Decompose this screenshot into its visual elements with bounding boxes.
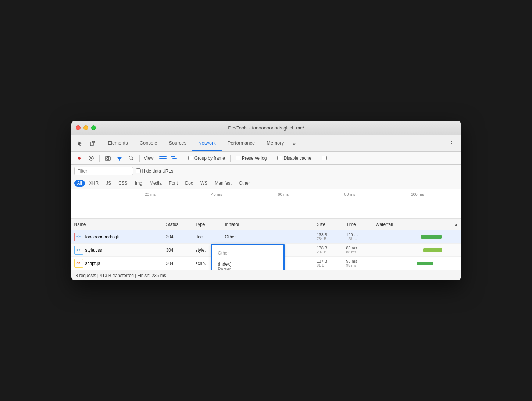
svg-rect-6 xyxy=(159,156,167,157)
status-bar-text: 3 requests | 413 B transferred | Finish:… xyxy=(76,273,166,278)
svg-rect-11 xyxy=(172,160,177,160)
filter-input[interactable] xyxy=(74,167,133,175)
file-name: style.css xyxy=(85,248,102,253)
initiator-popup: Other (index) Parser (index) Parser xyxy=(211,244,285,270)
kebab-menu-button[interactable]: ⋮ xyxy=(446,139,458,148)
col-header-time: Time xyxy=(346,222,376,227)
type-filter-ws[interactable]: WS xyxy=(197,180,210,187)
waterfall-bar xyxy=(417,262,433,265)
devtools-tabs: Elements Console Sources Network Perform… xyxy=(71,135,461,152)
type-filter-font[interactable]: Font xyxy=(166,180,181,187)
col-header-type: Type xyxy=(196,222,225,227)
close-button[interactable] xyxy=(76,125,81,130)
file-name: script.js xyxy=(85,261,100,266)
tab-performance[interactable]: Performance xyxy=(222,135,261,151)
col-status: 304 xyxy=(166,234,196,239)
list-view-button[interactable] xyxy=(158,153,168,163)
window-title: DevTools - fooooooooods.glitch.me/ xyxy=(228,125,304,131)
type-filter-media[interactable]: Media xyxy=(147,180,165,187)
type-filter-doc[interactable]: Doc xyxy=(182,180,196,187)
tab-memory[interactable]: Memory xyxy=(261,135,290,151)
timeline-label-0: 20 ms xyxy=(145,192,156,196)
svg-rect-9 xyxy=(171,156,175,157)
extra-checkbox[interactable] xyxy=(322,156,327,160)
waterfall-view-button[interactable] xyxy=(169,153,180,163)
separator-4 xyxy=(230,155,231,162)
table-row[interactable]: <> fooooooooods.glit... 304 doc. Other 1… xyxy=(71,230,461,244)
svg-point-4 xyxy=(107,157,109,160)
type-filter-xhr[interactable]: XHR xyxy=(86,180,101,187)
svg-point-5 xyxy=(129,156,132,159)
network-table: Name Status Type Initiator Size Time Wat… xyxy=(71,219,461,270)
col-status: 304 xyxy=(166,261,196,266)
type-filter-js[interactable]: JS xyxy=(103,180,114,187)
preserve-log-checkbox[interactable]: Preserve log xyxy=(236,156,267,161)
tab-network[interactable]: Network xyxy=(192,135,222,151)
title-bar: DevTools - fooooooooods.glitch.me/ xyxy=(71,121,461,135)
cursor-icon[interactable] xyxy=(74,138,86,149)
col-header-status: Status xyxy=(166,222,196,227)
tab-console[interactable]: Console xyxy=(134,135,163,151)
separator-5 xyxy=(272,155,272,162)
waterfall-cell xyxy=(376,230,458,243)
status-bar: 3 requests | 413 B transferred | Finish:… xyxy=(71,270,461,280)
timeline-labels: 20 ms 40 ms 60 ms 80 ms 100 ms xyxy=(71,192,461,196)
type-filter-other[interactable]: Other xyxy=(236,180,253,187)
hide-data-urls-checkbox[interactable]: Hide data URLs xyxy=(136,168,174,174)
row-name: CSS style.css xyxy=(74,246,166,255)
col-initiator: Other xyxy=(225,234,317,239)
traffic-lights xyxy=(76,125,96,130)
initiator-link-1[interactable]: (index) xyxy=(218,262,278,267)
type-filter-img[interactable]: Img xyxy=(132,180,145,187)
js-file-icon: JS xyxy=(74,259,83,268)
tab-elements[interactable]: Elements xyxy=(102,135,134,151)
type-filter-manifest[interactable]: Manifest xyxy=(212,180,234,187)
separator-6 xyxy=(317,155,317,162)
col-header-size: Size xyxy=(317,222,346,227)
minimize-button[interactable] xyxy=(83,125,88,130)
type-filter-css[interactable]: CSS xyxy=(115,180,131,187)
svg-rect-10 xyxy=(172,158,177,159)
svg-rect-8 xyxy=(159,160,167,160)
separator-2 xyxy=(139,155,140,162)
waterfall-bar xyxy=(423,248,442,252)
devtools-window: DevTools - fooooooooods.glitch.me/ Eleme… xyxy=(71,121,461,280)
html-file-icon: <> xyxy=(74,233,83,241)
timeline-label-1: 40 ms xyxy=(211,192,222,196)
type-filter-all[interactable]: All xyxy=(74,180,85,187)
initiator-sub-1: Parser xyxy=(218,267,278,270)
capture-screenshots-button[interactable] xyxy=(103,153,113,163)
col-header-waterfall: Waterfall ▲ xyxy=(376,222,458,227)
col-size: 138 B 287 B xyxy=(317,246,346,254)
tab-sources[interactable]: Sources xyxy=(163,135,192,151)
row-name: JS script.js xyxy=(74,259,166,268)
waterfall-bar xyxy=(421,235,442,239)
search-button[interactable] xyxy=(126,153,136,163)
type-filter-bar: All XHR JS CSS Img Media Font Doc WS Man… xyxy=(71,177,461,189)
col-header-name: Name xyxy=(74,222,166,227)
group-by-frame-checkbox[interactable]: Group by frame xyxy=(188,156,225,161)
device-toolbar-icon[interactable] xyxy=(87,138,99,149)
separator-1 xyxy=(99,155,100,162)
filter-bar: Hide data URLs xyxy=(71,165,461,177)
tab-list: Elements Console Sources Network Perform… xyxy=(102,135,299,151)
col-time: 89 ms 88 ms xyxy=(346,246,376,254)
maximize-button[interactable] xyxy=(91,125,96,130)
timeline-label-4: 100 ms xyxy=(411,192,424,196)
file-name: fooooooooods.glit... xyxy=(85,234,124,239)
table-header: Name Status Type Initiator Size Time Wat… xyxy=(71,219,461,230)
col-size: 138 B 734 B xyxy=(317,233,346,241)
timeline-bar: 20 ms 40 ms 60 ms 80 ms 100 ms xyxy=(71,189,461,219)
record-button[interactable]: ● xyxy=(74,153,85,163)
clear-button[interactable] xyxy=(86,153,96,163)
row-name: <> fooooooooods.glit... xyxy=(74,233,166,241)
filter-button[interactable] xyxy=(114,153,125,163)
more-tabs-button[interactable]: » xyxy=(290,135,299,151)
initiator-other-text: Other xyxy=(218,251,229,256)
separator-3 xyxy=(183,155,183,162)
waterfall-cell xyxy=(376,244,458,256)
initiator-popup-row-1: Other xyxy=(212,248,283,259)
timeline-label-2: 60 ms xyxy=(278,192,289,196)
disable-cache-checkbox[interactable]: Disable cache xyxy=(277,156,311,161)
timeline-label-3: 80 ms xyxy=(344,192,355,196)
